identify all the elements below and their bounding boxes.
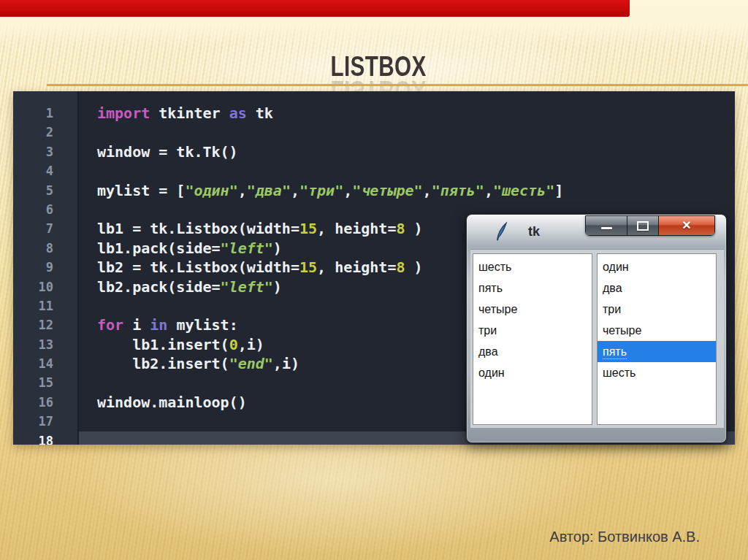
listbox-item[interactable]: два <box>473 341 592 362</box>
code-token: tkinter <box>150 104 229 122</box>
gutter-line-number: 1 <box>13 104 77 123</box>
minimize-button[interactable] <box>586 216 627 235</box>
listbox-item-label: один <box>603 261 629 273</box>
listbox-item[interactable]: два <box>598 277 716 299</box>
code-token: in <box>150 316 167 334</box>
gutter-line-number: 12 <box>13 315 77 334</box>
maximize-button[interactable] <box>627 216 659 235</box>
code-token: , <box>423 182 432 199</box>
code-token: "шесть" <box>493 182 554 199</box>
tk-window-titlebar[interactable]: tk ✕ <box>467 215 726 249</box>
code-token: , <box>238 182 247 199</box>
code-token: 0 <box>229 336 238 353</box>
gutter: 123456789101112131415161718 <box>13 91 77 445</box>
code-token: , height= <box>317 220 396 237</box>
code-line: mylist = ["один","два","три","четыре","п… <box>79 181 735 200</box>
gutter-line-number: 2 <box>13 123 77 142</box>
code-token: 8 <box>396 258 405 276</box>
close-button[interactable]: ✕ <box>659 216 714 235</box>
listbox-right[interactable]: одиндватричетырепятьшесть <box>597 253 717 425</box>
gutter-line-number: 15 <box>13 373 77 392</box>
code-token: "три" <box>299 182 343 199</box>
code-token: ) <box>273 239 282 257</box>
code-token: lb1 = tk.Listbox(width= <box>97 220 299 237</box>
listbox-item-label: шесть <box>478 261 511 273</box>
listbox-item-label: два <box>478 345 498 358</box>
gutter-line-number: 4 <box>13 161 77 180</box>
listbox-item[interactable]: шесть <box>473 256 592 277</box>
listbox-item[interactable]: четыре <box>598 320 716 341</box>
code-token: mylist = [ <box>97 182 185 199</box>
code-token: lb2 = tk.Listbox(width= <box>97 258 299 276</box>
code-token: ) <box>405 220 422 237</box>
code-token: ,i) <box>273 355 299 372</box>
gutter-line-number: 7 <box>13 219 77 238</box>
code-token: , <box>484 182 493 199</box>
gutter-line-number: 5 <box>13 181 77 200</box>
listbox-item-label: шесть <box>603 367 636 379</box>
listbox-item-label: четыре <box>478 303 517 315</box>
listbox-left[interactable]: шестьпятьчетыретридваодин <box>473 253 592 425</box>
gutter-line-number: 11 <box>13 296 77 315</box>
code-token: i <box>123 316 150 334</box>
listbox-item[interactable]: четыре <box>473 299 592 320</box>
listbox-item[interactable]: пять <box>473 277 592 299</box>
code-token: ) <box>405 258 422 276</box>
listbox-item-label: пять <box>603 345 627 359</box>
code-token: "end" <box>229 355 273 372</box>
gutter-line-number: 3 <box>13 142 77 161</box>
code-line: import tkinter as tk <box>79 104 735 123</box>
page-title-wrap: LISTBOX <box>9 54 748 79</box>
code-token: "left" <box>221 278 273 296</box>
tk-window: tk ✕ шестьпятьчетыретридваодин одиндватр… <box>466 214 727 443</box>
title-underline <box>47 84 748 86</box>
slide-background: LISTBOX LISTBOX 123456789101112131415161… <box>0 0 748 560</box>
code-token: "два" <box>247 182 291 199</box>
listbox-item[interactable]: шесть <box>598 362 716 383</box>
code-token: mylist: <box>167 316 237 334</box>
code-token: 15 <box>299 258 317 276</box>
gutter-line-number: 16 <box>13 393 77 412</box>
code-token: "четыре" <box>352 182 422 199</box>
code-token: 8 <box>396 220 405 237</box>
listbox-item-label: один <box>478 367 505 379</box>
gutter-line-number: 9 <box>13 258 77 277</box>
listbox-item[interactable]: три <box>598 299 716 320</box>
code-token: lb2.insert( <box>97 355 229 372</box>
code-token: , <box>291 182 299 199</box>
code-token: ) <box>273 278 282 296</box>
code-token: "пять" <box>432 182 484 199</box>
tk-window-body: шестьпятьчетыретридваодин одиндватричеты… <box>470 249 724 428</box>
python-feather-icon <box>495 221 508 242</box>
code-token: , height= <box>317 258 396 276</box>
code-token: as <box>229 104 247 122</box>
code-token: "left" <box>221 239 273 257</box>
code-token: ] <box>554 182 563 199</box>
gutter-line-number: 6 <box>13 200 77 219</box>
gutter-line-number: 8 <box>13 239 77 258</box>
code-line: window = tk.Tk() <box>79 142 735 161</box>
listbox-item[interactable]: один <box>473 362 592 383</box>
gutter-line-number: 17 <box>13 412 77 431</box>
code-token: lb2.pack(side= <box>97 278 221 296</box>
tk-window-title: tk <box>528 224 540 239</box>
minimize-icon <box>601 227 612 229</box>
code-token: window = tk.Tk() <box>97 143 238 161</box>
listbox-item[interactable]: три <box>473 320 592 341</box>
close-icon: ✕ <box>682 220 691 231</box>
code-token: tk <box>247 104 273 122</box>
author-credit: Автор: Ботвинков А.В. <box>549 529 700 545</box>
listbox-item-label: два <box>603 282 622 294</box>
code-line <box>79 161 735 180</box>
code-token: import <box>97 104 150 122</box>
red-top-bar <box>0 0 630 17</box>
listbox-item-selected[interactable]: пять <box>598 341 716 362</box>
code-line <box>79 123 735 142</box>
gutter-line-number: 13 <box>13 335 77 354</box>
maximize-icon <box>637 221 649 231</box>
code-token: window.mainloop() <box>97 394 247 411</box>
gutter-line-number: 14 <box>13 354 77 373</box>
listbox-item-label: три <box>478 324 497 337</box>
page-title: LISTBOX <box>331 54 427 79</box>
listbox-item[interactable]: один <box>598 256 716 277</box>
